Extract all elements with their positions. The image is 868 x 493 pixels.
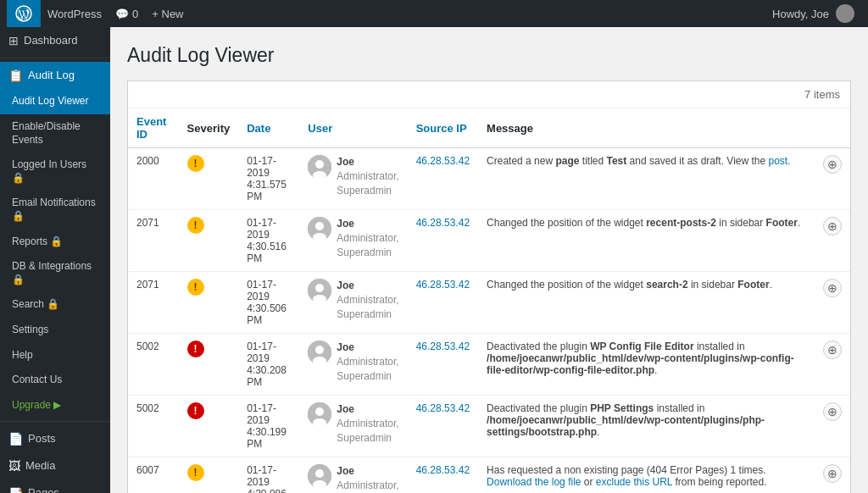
new-label: + New	[152, 8, 183, 20]
sidebar-sub-upgrade[interactable]: Upgrade ▶	[0, 393, 110, 418]
svg-point-14	[315, 407, 324, 416]
sidebar-sub-label: Reports 🔒	[12, 235, 63, 249]
severity-warning-icon: !	[187, 279, 204, 296]
user-name: Joe	[337, 341, 398, 355]
table-body: 2000 ! 01-17-20194:31.575 PM Joe Adminis…	[128, 148, 850, 494]
cell-action: ⊕	[815, 457, 850, 494]
cell-user: Joe Administrator,Superadmin	[299, 210, 407, 272]
cell-date: 01-17-20194:30.208 PM	[238, 334, 299, 396]
action-button[interactable]: ⊕	[823, 155, 842, 174]
severity-critical-icon: !	[187, 341, 204, 357]
site-name[interactable]: WordPress	[41, 0, 108, 27]
cell-date: 01-17-20194:30.086 PM	[238, 457, 299, 494]
cell-ip: 46.28.53.42	[408, 334, 478, 396]
svg-point-11	[315, 346, 324, 354]
cell-date: 01-17-20194:30.516 PM	[238, 210, 299, 272]
cell-severity: !	[179, 210, 239, 272]
sidebar: ⊞ Dashboard 📋 Audit Log Audit Log Viewer…	[0, 27, 110, 493]
msg-link[interactable]: post	[769, 155, 788, 167]
sidebar-sub-contact[interactable]: Contact Us	[0, 368, 110, 393]
sidebar-item-label: Dashboard	[24, 34, 78, 48]
action-button[interactable]: ⊕	[823, 341, 842, 359]
col-message: Message	[478, 108, 815, 148]
sidebar-sub-label: Help	[12, 349, 33, 363]
exclude-url-link[interactable]: exclude this URL	[596, 476, 672, 488]
col-source-ip[interactable]: Source IP	[408, 108, 478, 148]
sidebar-item-pages[interactable]: 📑 Pages	[0, 480, 110, 493]
cell-message: Deactivated the plugin PHP Settings inst…	[478, 396, 815, 457]
msg-bold: /home/joecanwr/public_html/dev/wp-conten…	[487, 352, 794, 376]
sidebar-sub-settings[interactable]: Settings	[0, 318, 110, 343]
cell-severity: !	[179, 334, 239, 396]
msg-bold: search-2	[646, 279, 687, 291]
ip-link[interactable]: 46.28.53.42	[416, 155, 470, 167]
cell-message: Created a new page titled Test and saved…	[478, 148, 815, 210]
user-name: Joe	[337, 217, 398, 231]
sidebar-sub-help[interactable]: Help	[0, 343, 110, 368]
wp-logo[interactable]	[7, 0, 41, 27]
user-name: Joe	[337, 464, 398, 479]
cell-action: ⊕	[815, 210, 850, 272]
col-user[interactable]: User	[299, 108, 407, 148]
sidebar-item-audit-log[interactable]: 📋 Audit Log	[0, 62, 110, 89]
table-row: 2071 ! 01-17-20194:30.516 PM Joe Adminis…	[128, 210, 850, 272]
sidebar-sub-label: Settings	[12, 324, 48, 337]
cell-user: Joe Administrator,Superadmin	[299, 272, 407, 334]
upgrade-label: Upgrade ▶	[12, 399, 61, 413]
user-name: Joe	[337, 155, 398, 169]
sidebar-sub-label: Audit Log Viewer	[12, 95, 89, 108]
cell-ip: 46.28.53.42	[408, 396, 478, 457]
cell-message: Deactivated the plugin WP Config File Ed…	[478, 334, 815, 396]
user-name: Joe	[337, 279, 398, 293]
sidebar-item-dashboard[interactable]: ⊞ Dashboard	[0, 27, 110, 54]
cell-ip: 46.28.53.42	[408, 148, 478, 210]
ip-link[interactable]: 46.28.53.42	[416, 402, 470, 414]
action-button[interactable]: ⊕	[823, 217, 842, 235]
avatar	[308, 402, 331, 426]
sidebar-sub-reports[interactable]: Reports 🔒	[0, 230, 110, 255]
comments-icon: 💬	[115, 8, 129, 20]
msg-bold: Test	[606, 155, 626, 167]
sidebar-sub-enable-disable[interactable]: Enable/Disable Events	[0, 114, 110, 152]
user-name: Joe	[337, 402, 398, 417]
severity-critical-icon: !	[187, 402, 204, 419]
sidebar-sub-search[interactable]: Search 🔒	[0, 292, 110, 318]
avatar	[308, 279, 331, 302]
ip-link[interactable]: 46.28.53.42	[416, 464, 470, 476]
sidebar-item-media[interactable]: 🖼 Media	[0, 452, 110, 479]
sidebar-sub-email[interactable]: Email Notifications 🔒	[0, 191, 110, 229]
ip-link[interactable]: 46.28.53.42	[416, 341, 470, 352]
download-log-link[interactable]: Download the log file	[487, 476, 581, 488]
audit-table: Event ID Severity Date User Source IP Me…	[128, 108, 850, 493]
cell-date: 01-17-20194:30.199 PM	[238, 396, 299, 457]
action-button[interactable]: ⊕	[823, 464, 842, 483]
howdy-label[interactable]: Howdy, Joe	[765, 0, 861, 27]
cell-event-id: 2071	[128, 272, 179, 334]
cell-event-id: 5002	[128, 334, 179, 396]
sidebar-sub-audit-log-viewer[interactable]: Audit Log Viewer	[0, 89, 110, 114]
sidebar-sub-db[interactable]: DB & Integrations 🔒	[0, 254, 110, 292]
cell-date: 01-17-20194:30.506 PM	[238, 272, 299, 334]
user-role: Administrator,Superadmin	[337, 231, 398, 260]
msg-bold: Footer	[766, 217, 798, 229]
sidebar-sub-label: Contact Us	[12, 374, 62, 387]
col-event-id[interactable]: Event ID	[128, 108, 179, 148]
comments-button[interactable]: 💬 0	[108, 0, 145, 27]
ip-link[interactable]: 46.28.53.42	[416, 279, 470, 291]
col-severity: Severity	[179, 108, 239, 148]
sidebar-item-posts[interactable]: 📄 Posts	[0, 425, 110, 452]
table-header-row: Event ID Severity Date User Source IP Me…	[128, 108, 850, 148]
col-date[interactable]: Date	[238, 108, 299, 148]
media-icon: 🖼	[8, 458, 20, 474]
action-button[interactable]: ⊕	[823, 402, 842, 421]
cell-severity: !	[179, 272, 239, 334]
sidebar-sub-logged-in[interactable]: Logged In Users 🔒	[0, 152, 110, 191]
sidebar-sub-label: Enable/Disable Events	[12, 120, 102, 147]
ip-link[interactable]: 46.28.53.42	[416, 217, 470, 229]
sidebar-sub-label: Search 🔒	[12, 298, 59, 312]
msg-bold: page	[555, 155, 579, 167]
new-button[interactable]: + New	[145, 0, 190, 27]
cell-user: Joe Administrator,Superadmin	[299, 334, 407, 396]
sidebar-pages-label: Pages	[28, 486, 59, 493]
action-button[interactable]: ⊕	[823, 279, 842, 297]
